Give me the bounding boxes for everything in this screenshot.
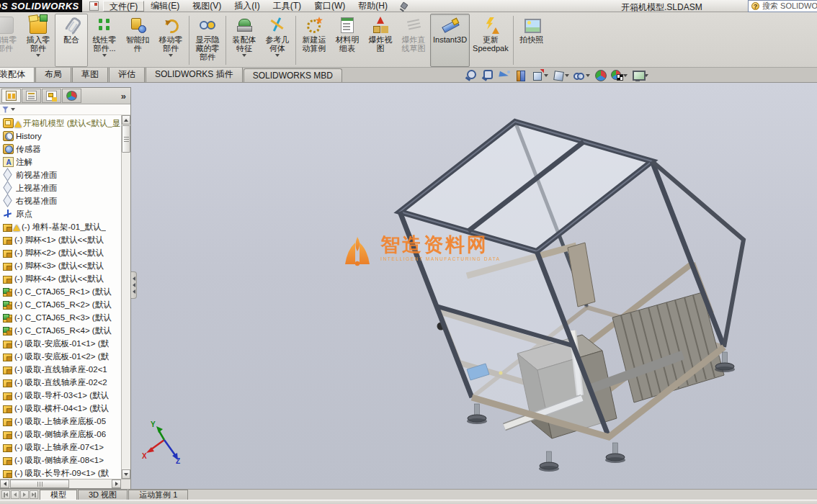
tree-vertical-scrollbar[interactable]	[121, 115, 130, 479]
tree-item[interactable]: (-) 吸取-横杆-04<1> (默认	[0, 402, 121, 415]
tree-item[interactable]: 前视基准面	[0, 168, 121, 181]
toolbar-button[interactable]: Instant3D	[430, 14, 470, 67]
panel-splitter[interactable]	[131, 83, 137, 489]
vertical-scroll-thumb[interactable]	[122, 125, 130, 153]
tree-item[interactable]: (-) 脚杯<1> (默认<<默认	[0, 233, 121, 246]
toolbar-button[interactable]: 显示隐 藏的零 部件	[191, 14, 224, 67]
menu-item[interactable]: 帮助(H)	[352, 1, 394, 12]
toolbar-button[interactable]: 爆炸视 图	[364, 14, 397, 67]
tree-item[interactable]: (-) 脚杯<2> (默认<<默认	[0, 246, 121, 259]
toolbar-button[interactable]: 配合	[55, 14, 88, 67]
tree-item[interactable]: (-) 吸取-安底板-01<1> (默	[0, 337, 121, 350]
toolbar-button[interactable]: 移动零 部件	[154, 14, 187, 67]
hud-button[interactable]	[497, 69, 512, 81]
toolbar-button[interactable]: 插入零 部件	[22, 14, 55, 67]
last-tab-button[interactable]	[30, 490, 38, 499]
hud-button[interactable]	[572, 69, 591, 81]
toolbar-button[interactable]: 材料明 细表	[331, 14, 364, 67]
help-icon[interactable]: ?	[751, 2, 759, 10]
menu-item[interactable]: 编辑(E)	[144, 1, 186, 12]
scroll-track[interactable]	[70, 480, 112, 488]
tree-item[interactable]: (-) C_CTAJ65_R<2> (默认	[0, 298, 121, 311]
tree-item[interactable]: (-) 脚杯<4> (默认<<默认	[0, 272, 121, 285]
chevron-down-icon[interactable]	[102, 54, 107, 57]
toolbar-button[interactable]: 编辑零 部件	[0, 14, 22, 67]
hud-button[interactable]	[593, 69, 607, 81]
tree-item[interactable]: (-) 吸取-安底板-01<2> (默	[0, 350, 121, 363]
scroll-up-button[interactable]	[122, 115, 130, 125]
tree-item[interactable]: 注解	[0, 156, 121, 168]
menu-item[interactable]: 插入(I)	[228, 1, 266, 12]
toolbar-button[interactable]: 参考几 何体	[261, 14, 294, 67]
toolbar-button[interactable]: 更新 Speedpak	[470, 14, 512, 67]
chevron-down-icon[interactable]	[586, 74, 590, 77]
tree-item[interactable]: (-) 堆料-基架-01_默认_	[0, 220, 121, 233]
hud-button[interactable]	[481, 69, 495, 81]
ribbon-tab[interactable]: 装配体	[0, 68, 35, 82]
chevron-down-icon[interactable]	[36, 54, 40, 57]
panel-tab[interactable]	[22, 89, 41, 103]
tree-item[interactable]: 开箱机模型 (默认<默认_显	[0, 117, 121, 130]
tree-item[interactable]: (-) C_CTAJ65_R<4> (默认	[0, 324, 121, 337]
panel-tab[interactable]	[62, 89, 81, 103]
panel-tab[interactable]	[42, 89, 61, 103]
tree-item[interactable]: (-) 吸取-长导杆-09<1> (默	[0, 467, 121, 479]
tree-item[interactable]: (-) 吸取-侧轴承座-08<1>	[0, 454, 121, 467]
tree-item[interactable]: 原点	[0, 207, 121, 220]
panel-collapse-handle[interactable]	[131, 271, 137, 299]
hud-button[interactable]	[551, 69, 570, 81]
document-tab[interactable]: 模型	[40, 490, 77, 500]
tree-item[interactable]: (-) 脚杯<3> (默认<<默认	[0, 259, 121, 272]
first-tab-button[interactable]	[1, 490, 10, 499]
chevron-down-icon[interactable]	[242, 54, 246, 57]
chevron-down-icon[interactable]	[565, 74, 569, 77]
tree-item[interactable]: History	[0, 130, 121, 143]
tree-item[interactable]: (-) 吸取-直线轴承座-02<2	[0, 376, 121, 389]
toolbar-button[interactable]: 智能扣 件	[121, 14, 154, 67]
menu-item[interactable]: 视图(V)	[186, 1, 228, 12]
tree-item[interactable]: 上视基准面	[0, 181, 121, 194]
document-tab[interactable]: 运动算例 1	[128, 490, 188, 500]
scroll-left-button[interactable]	[0, 480, 9, 488]
toolbar-button[interactable]: 爆炸直 线草图	[397, 14, 430, 67]
tree-item[interactable]: (-) C_CTAJ65_R<3> (默认	[0, 311, 121, 324]
hud-button[interactable]	[530, 69, 549, 81]
ribbon-tab[interactable]: SOLIDWORKS MBD	[244, 68, 342, 82]
search-box[interactable]: ? 搜索 SOLIDWORKS	[748, 0, 817, 12]
hud-button[interactable]	[514, 69, 528, 81]
next-tab-button[interactable]	[20, 490, 29, 499]
tree-item[interactable]: (-) 吸取-上轴承座底板-05	[0, 415, 121, 428]
toolbar-button[interactable]: 拍快照	[515, 14, 548, 67]
scroll-down-button[interactable]	[122, 469, 130, 479]
pin-icon[interactable]	[400, 1, 408, 10]
toolbar-button[interactable]: 装配体 特征	[228, 14, 261, 67]
tree-item[interactable]: (-) 吸取-侧轴承座底板-06	[0, 428, 121, 441]
ribbon-tab[interactable]: 草图	[72, 68, 108, 82]
document-tab[interactable]: 3D 视图	[78, 490, 128, 500]
horizontal-scroll-thumb[interactable]	[10, 480, 69, 488]
chevron-down-icon[interactable]	[275, 54, 280, 57]
menu-item[interactable]: 文件(F)	[103, 1, 144, 12]
hud-button[interactable]	[610, 69, 628, 81]
chevron-down-icon[interactable]	[623, 74, 628, 77]
tree-item[interactable]: 右视基准面	[0, 194, 121, 207]
menu-item[interactable]: 窗口(W)	[308, 1, 352, 12]
search-input[interactable]: 搜索 SOLIDWORKS	[762, 1, 817, 12]
tree-item[interactable]: (-) 吸取-上轴承座-07<1>	[0, 441, 121, 454]
scroll-track[interactable]	[122, 153, 130, 469]
chevron-down-icon[interactable]	[11, 108, 15, 111]
menu-item[interactable]: 工具(T)	[267, 1, 308, 12]
panel-expand-chevron[interactable]: »	[121, 91, 126, 102]
chevron-down-icon[interactable]	[169, 54, 173, 57]
tree-item[interactable]: 传感器	[0, 143, 121, 156]
tree-item[interactable]: (-) 吸取-直线轴承座-02<1	[0, 363, 121, 376]
tree-horizontal-scrollbar[interactable]	[0, 479, 130, 488]
hud-button[interactable]	[464, 69, 478, 81]
tree-filter-row[interactable]	[0, 104, 130, 115]
prev-tab-button[interactable]	[11, 490, 19, 499]
toolbar-button[interactable]: 线性零 部件...	[88, 14, 121, 67]
ribbon-tab[interactable]: SOLIDWORKS 插件	[146, 68, 243, 82]
tree-item[interactable]: (-) C_CTAJ65_R<1> (默认	[0, 285, 121, 298]
toolbar-button[interactable]: 新建运 动算例	[298, 14, 331, 67]
graphics-viewport[interactable]: 智造资料网 INTELLIGENT MANUFACTURING DATA Y X…	[137, 83, 817, 489]
